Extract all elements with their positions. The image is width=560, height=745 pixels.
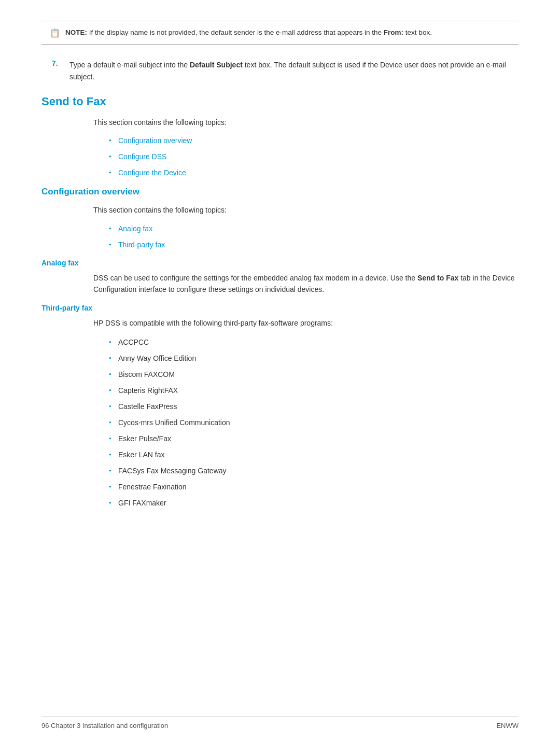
note-content-2: text box.: [403, 29, 432, 36]
list-item: Anny Way Office Edition: [109, 353, 519, 364]
configure-device-link[interactable]: Configure the Device: [118, 168, 186, 177]
list-item: Biscom FAXCOM: [109, 369, 519, 380]
list-item: Analog fax: [109, 223, 519, 234]
analog-fax-body: DSS can be used to configure the setting…: [41, 272, 519, 296]
send-to-fax-links: Configuration overview Configure DSS Con…: [41, 135, 519, 178]
list-item: Fenestrae Faxination: [109, 482, 519, 493]
list-item: Capteris RightFAX: [109, 385, 519, 396]
list-item: Configure the Device: [109, 167, 519, 178]
config-overview-intro: This section contains the following topi…: [41, 204, 519, 216]
footer-page-info: 96 Chapter 3 Installation and configurat…: [41, 722, 168, 729]
send-to-fax-heading: Send to Fax: [41, 95, 519, 108]
analog-fax-text1: DSS can be used to configure the setting…: [93, 274, 417, 282]
step-7-text1: Type a default e-mail subject into the: [69, 61, 190, 69]
note-label: NOTE:: [65, 29, 87, 36]
step-7-bold: Default Subject: [190, 61, 243, 69]
note-box: 📋 NOTE: If the display name is not provi…: [41, 21, 519, 45]
note-content-1: If the display name is not provided, the…: [89, 29, 384, 36]
list-item: Castelle FaxPress: [109, 401, 519, 412]
footer-enww: ENWW: [496, 722, 519, 729]
list-item: FACSys Fax Messaging Gateway: [109, 466, 519, 476]
step-7: 7. Type a default e-mail subject into th…: [41, 59, 519, 82]
config-overview-heading: Configuration overview: [41, 187, 519, 197]
analog-fax-bold: Send to Fax: [417, 274, 458, 282]
list-item: ACCPCC: [109, 337, 519, 348]
step-7-number: 7.: [52, 59, 61, 82]
configure-dss-link[interactable]: Configure DSS: [118, 152, 166, 161]
list-item: GFI FAXmaker: [109, 498, 519, 509]
list-item: Third-party fax: [109, 240, 519, 250]
note-text: NOTE: If the display name is not provide…: [65, 27, 432, 38]
page-footer: 96 Chapter 3 Installation and configurat…: [41, 716, 519, 729]
note-from-bold: From:: [384, 29, 403, 36]
analog-fax-heading: Analog fax: [41, 259, 519, 267]
list-item: Configure DSS: [109, 151, 519, 162]
third-party-fax-link[interactable]: Third-party fax: [118, 241, 165, 249]
third-party-fax-list: ACCPCC Anny Way Office Edition Biscom FA…: [41, 337, 519, 509]
config-overview-links: Analog fax Third-party fax: [41, 223, 519, 250]
list-item: Configuration overview: [109, 135, 519, 146]
list-item: Esker Pulse/Fax: [109, 433, 519, 444]
step-7-content: Type a default e-mail subject into the D…: [69, 59, 519, 82]
third-party-fax-intro: HP DSS is compatible with the following …: [41, 317, 519, 329]
page: 📋 NOTE: If the display name is not provi…: [0, 0, 560, 745]
note-icon: 📋: [50, 28, 60, 38]
send-to-fax-intro: This section contains the following topi…: [41, 117, 519, 128]
config-overview-link[interactable]: Configuration overview: [118, 136, 192, 145]
list-item: Esker LAN fax: [109, 449, 519, 460]
third-party-fax-heading: Third-party fax: [41, 304, 519, 312]
list-item: Cycos-mrs Unified Communication: [109, 417, 519, 428]
analog-fax-link[interactable]: Analog fax: [118, 224, 152, 233]
